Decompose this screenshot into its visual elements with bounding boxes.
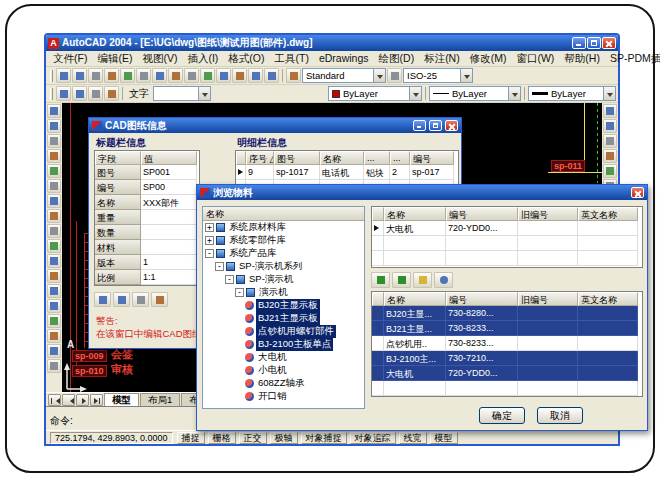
- combo-dropdown-icon[interactable]: [460, 69, 472, 82]
- status-toggle[interactable]: 模型: [430, 432, 458, 444]
- hatch-icon[interactable]: [47, 314, 61, 328]
- column-header[interactable]: 编号: [410, 151, 454, 165]
- dialog-close-button[interactable]: [631, 187, 644, 198]
- combo-dropdown-icon[interactable]: [603, 87, 615, 100]
- menu-item[interactable]: 格式(O): [223, 51, 269, 67]
- tree-toggle-icon[interactable]: -: [205, 249, 214, 258]
- insert-down-icon[interactable]: [392, 272, 411, 288]
- tree-item[interactable]: -SP-演示机: [203, 273, 364, 286]
- copy-object-icon[interactable]: [603, 119, 617, 133]
- tab-scroll-last-icon[interactable]: [90, 394, 103, 406]
- toolbar-grip[interactable]: [50, 88, 53, 100]
- table-row[interactable]: BJ-2100主...730-7210...: [372, 351, 642, 366]
- combo-dropdown-icon[interactable]: [373, 69, 385, 82]
- revision-cloud-icon[interactable]: [47, 209, 61, 223]
- column-header[interactable]: 字段: [95, 151, 141, 165]
- polyline-icon[interactable]: [47, 134, 61, 148]
- tree-item[interactable]: 开口销: [203, 390, 364, 403]
- menu-item[interactable]: 修改(M): [465, 51, 512, 67]
- column-header[interactable]: 序号 △: [246, 151, 274, 165]
- table-row[interactable]: [372, 381, 642, 396]
- dim-style-combo[interactable]: ISO-25: [403, 68, 473, 83]
- column-header[interactable]: [372, 292, 384, 306]
- menu-item[interactable]: 插入(I): [182, 51, 223, 67]
- drawing-tag-sp011[interactable]: sp-011: [551, 160, 585, 172]
- mirror-icon[interactable]: [603, 134, 617, 148]
- column-header[interactable]: [372, 207, 384, 221]
- offset-icon[interactable]: [603, 149, 617, 163]
- table-row[interactable]: 点钞机用..730-8233...: [372, 336, 642, 351]
- cancel-button[interactable]: 取消: [537, 407, 583, 424]
- column-header[interactable]: [236, 151, 246, 165]
- table-row[interactable]: 比例1:1: [95, 270, 199, 285]
- tree-item[interactable]: 小电机: [203, 364, 364, 377]
- style-combo[interactable]: Standard: [302, 68, 386, 83]
- dialog-close-button[interactable]: [445, 120, 458, 131]
- search-icon[interactable]: [434, 272, 453, 288]
- spline-icon[interactable]: [47, 224, 61, 238]
- tree-item[interactable]: 点钞机用螺钉部件: [203, 325, 364, 338]
- insert-block-icon[interactable]: [47, 269, 61, 283]
- tree-item[interactable]: -SP-演示机系列: [203, 260, 364, 273]
- table-row[interactable]: [372, 251, 642, 266]
- table-row[interactable]: BJ21主显...730-8233...: [372, 321, 642, 336]
- linetype-combo[interactable]: ByLayer: [429, 86, 521, 101]
- table-row[interactable]: 数量: [95, 225, 199, 240]
- table-row[interactable]: 图号SP001: [95, 165, 199, 180]
- column-header[interactable]: 值: [141, 151, 197, 165]
- layer-properties-icon[interactable]: [56, 86, 71, 101]
- open-folder-icon[interactable]: [413, 272, 432, 288]
- menu-item[interactable]: eDrawings: [314, 51, 374, 67]
- column-header[interactable]: 编号: [446, 292, 518, 306]
- combo-dropdown-icon[interactable]: [198, 87, 210, 100]
- erase-icon[interactable]: [603, 104, 617, 118]
- tree-item[interactable]: +系统零部件库: [203, 234, 364, 247]
- dim-style-manager-icon[interactable]: [387, 68, 402, 83]
- zoom-realtime-icon[interactable]: [264, 68, 279, 83]
- tab-scroll-next-icon[interactable]: [76, 394, 89, 406]
- dialog-title-bar[interactable]: 浏览物料: [197, 185, 647, 200]
- rectangle-icon[interactable]: [47, 164, 61, 178]
- undo-icon[interactable]: [216, 68, 231, 83]
- table-row[interactable]: BJ20主显...730-8280...: [372, 306, 642, 321]
- dialog-title-bar[interactable]: CAD图纸信息: [89, 118, 461, 133]
- tree-item[interactable]: BJ-2100主板单点: [203, 338, 364, 351]
- construction-line-icon[interactable]: [47, 119, 61, 133]
- close-button[interactable]: [602, 37, 616, 49]
- column-header[interactable]: ...: [390, 151, 410, 165]
- color-combo[interactable]: ByLayer: [328, 86, 422, 101]
- tree-item[interactable]: -演示机: [203, 286, 364, 299]
- column-header[interactable]: 名称: [384, 207, 446, 221]
- layout-tab[interactable]: 布局1: [140, 393, 180, 406]
- toolbar-grip[interactable]: [50, 70, 53, 82]
- tab-scroll-prev-icon[interactable]: [62, 394, 75, 406]
- menu-item[interactable]: 帮助(H): [559, 51, 605, 67]
- tree-toggle-icon[interactable]: -: [215, 262, 224, 271]
- menu-item[interactable]: 编辑(E): [92, 51, 137, 67]
- pan-realtime-icon[interactable]: [248, 68, 263, 83]
- plot-icon[interactable]: [104, 68, 119, 83]
- status-toggle[interactable]: 栅格: [208, 432, 236, 444]
- tree-toggle-icon[interactable]: +: [205, 223, 214, 232]
- title-bar[interactable]: A AutoCAD 2004 - [E:\UG\dwg\图纸\测试用图(部件).…: [46, 35, 618, 51]
- match-properties-icon[interactable]: [200, 68, 215, 83]
- table-row[interactable]: 材料: [95, 240, 199, 255]
- add-to-list-icon[interactable]: [371, 272, 390, 288]
- refresh-icon[interactable]: [151, 292, 168, 307]
- table-row[interactable]: 版本1: [95, 255, 199, 270]
- table-row[interactable]: 重量: [95, 210, 199, 225]
- column-header[interactable]: 英文名称: [578, 207, 638, 221]
- maximize-button[interactable]: [587, 37, 601, 49]
- paste-icon[interactable]: [184, 68, 199, 83]
- combo-dropdown-icon[interactable]: [409, 87, 421, 100]
- table-icon[interactable]: [47, 359, 61, 373]
- named-views-icon[interactable]: [88, 86, 103, 101]
- print-icon[interactable]: [94, 292, 111, 307]
- column-header[interactable]: 英文名称: [578, 292, 638, 306]
- point-icon[interactable]: [47, 299, 61, 313]
- table-row[interactable]: 大电机720-YDD0...: [372, 221, 642, 236]
- status-toggle[interactable]: 对象追踪: [350, 432, 396, 444]
- ok-button[interactable]: 确定: [479, 407, 525, 424]
- column-header[interactable]: 编号: [446, 207, 518, 221]
- tree-toggle-icon[interactable]: -: [225, 275, 234, 284]
